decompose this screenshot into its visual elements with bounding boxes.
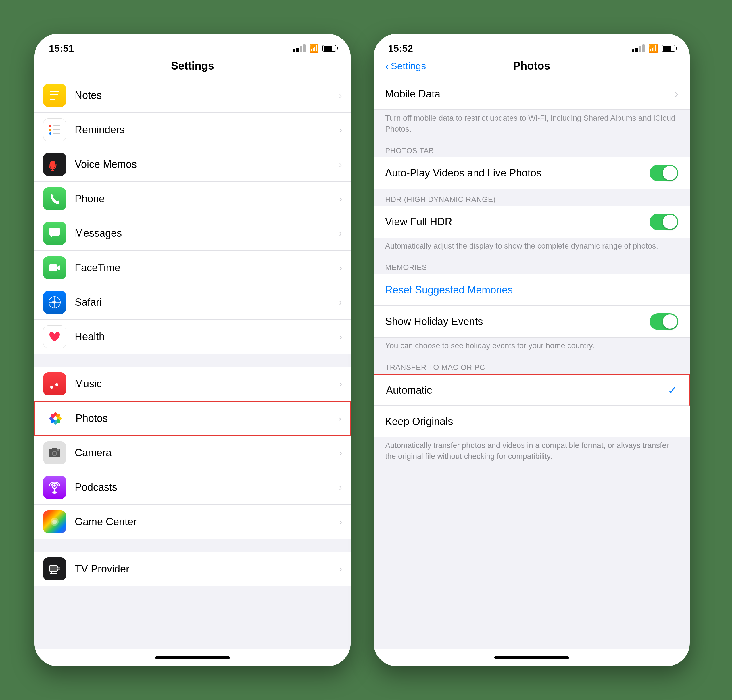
gamecenter-label: Game Center — [75, 516, 339, 528]
svg-point-35 — [52, 519, 57, 524]
settings-item-camera[interactable]: Camera › — [34, 435, 351, 470]
settings-item-safari[interactable]: Safari › — [34, 285, 351, 319]
status-icons-left: 📶 — [293, 44, 336, 53]
memories-header: MEMORIES — [373, 257, 690, 274]
home-bar — [155, 656, 230, 659]
show-holiday-row[interactable]: Show Holiday Events — [373, 306, 690, 337]
hdr-header: HDR (HIGH DYNAMIC RANGE) — [373, 190, 690, 206]
svg-point-31 — [53, 484, 56, 487]
chevron-icon: › — [339, 91, 342, 100]
notes-svg — [47, 88, 62, 103]
voicememos-icon — [43, 153, 66, 176]
autoplay-toggle[interactable] — [650, 165, 678, 181]
settings-item-messages[interactable]: Messages › — [34, 216, 351, 251]
svg-rect-29 — [57, 449, 59, 451]
camera-svg — [47, 446, 62, 460]
keep-originals-label: Keep Originals — [385, 416, 678, 428]
reset-memories-label: Reset Suggested Memories — [385, 284, 678, 296]
signal-icon — [632, 44, 645, 52]
health-icon — [43, 325, 66, 348]
status-bar-right: 15:52 📶 — [373, 34, 690, 57]
tvprovider-icon — [43, 557, 66, 581]
messages-label: Messages — [75, 227, 339, 240]
separator-bottom — [34, 586, 351, 609]
settings-item-facetime[interactable]: FaceTime › — [34, 251, 351, 285]
wifi-icon: 📶 — [309, 44, 319, 53]
settings-item-health[interactable]: Health › — [34, 319, 351, 354]
section-transfer: Automatic ✓ Keep Originals — [373, 374, 690, 437]
photos-tab-header: PHOTOS TAB — [373, 141, 690, 157]
view-full-hdr-row[interactable]: View Full HDR — [373, 206, 690, 238]
safari-svg — [47, 295, 62, 310]
settings-item-notes[interactable]: Notes › — [34, 78, 351, 113]
separator-1 — [34, 354, 351, 367]
section-hdr: View Full HDR — [373, 206, 690, 238]
settings-item-tvprovider[interactable]: TV Provider › — [34, 552, 351, 586]
nav-bar-right: ‹ Settings Photos — [373, 57, 690, 78]
checkmark-icon: ✓ — [667, 384, 678, 397]
health-label: Health — [75, 331, 339, 343]
back-arrow-icon: ‹ — [385, 60, 389, 72]
show-holiday-toggle[interactable] — [650, 313, 678, 330]
chevron-icon: › — [339, 159, 342, 169]
chevron-icon: › — [339, 297, 342, 307]
phone-icon — [43, 187, 66, 210]
chevron-icon: › — [339, 448, 342, 458]
svg-rect-9 — [53, 129, 60, 130]
keep-originals-row[interactable]: Keep Originals — [373, 406, 690, 437]
svg-rect-13 — [49, 265, 57, 271]
photos-label: Photos — [76, 412, 338, 424]
svg-rect-2 — [50, 94, 58, 95]
svg-rect-10 — [53, 133, 60, 134]
settings-item-podcasts[interactable]: Podcasts › — [34, 470, 351, 504]
mobile-data-footer: Turn off mobile data to restrict updates… — [373, 110, 690, 141]
svg-point-17 — [54, 301, 56, 303]
svg-rect-0 — [47, 88, 62, 103]
camera-icon — [43, 441, 66, 465]
camera-label: Camera — [75, 447, 339, 459]
memories-footer: You can choose to see holiday events for… — [373, 338, 690, 357]
settings-item-reminders[interactable]: Reminders › — [34, 113, 351, 147]
music-icon — [43, 372, 66, 396]
podcasts-label: Podcasts — [75, 481, 339, 493]
autoplay-label: Auto-Play Videos and Live Photos — [385, 167, 650, 179]
settings-item-phone[interactable]: Phone › — [34, 182, 351, 216]
svg-rect-3 — [50, 97, 58, 97]
svg-rect-4 — [50, 99, 56, 100]
time-left: 15:51 — [49, 43, 74, 54]
signal-icon — [293, 44, 306, 52]
settings-item-voicememos[interactable]: Voice Memos › — [34, 147, 351, 182]
automatic-row[interactable]: Automatic ✓ — [373, 374, 690, 406]
health-svg — [47, 329, 62, 344]
status-icons-right: 📶 — [632, 44, 675, 53]
facetime-label: FaceTime — [75, 262, 339, 274]
right-phone: 15:52 📶 ‹ Settings Photos Mobile Data › … — [373, 34, 690, 666]
safari-icon — [43, 291, 66, 314]
facetime-svg — [47, 260, 62, 275]
settings-item-music[interactable]: Music › — [34, 367, 351, 401]
gamecenter-icon — [43, 510, 66, 533]
autoplay-row[interactable]: Auto-Play Videos and Live Photos — [373, 157, 690, 189]
facetime-icon — [43, 256, 66, 279]
settings-item-gamecenter[interactable]: Game Center › — [34, 504, 351, 539]
svg-point-6 — [49, 129, 51, 131]
transfer-header: TRANSFER TO MAC OR PC — [373, 357, 690, 374]
back-button[interactable]: ‹ Settings — [385, 60, 426, 72]
notes-label: Notes — [75, 90, 339, 101]
home-indicator-right — [373, 649, 690, 666]
reset-memories-row[interactable]: Reset Suggested Memories — [373, 274, 690, 306]
phone-label: Phone — [75, 193, 339, 205]
svg-point-7 — [49, 132, 51, 135]
nav-bar-left: Settings — [34, 57, 351, 78]
section-memories: Reset Suggested Memories Show Holiday Ev… — [373, 274, 690, 338]
voicememos-label: Voice Memos — [75, 158, 339, 171]
chevron-icon: › — [339, 517, 342, 527]
mobile-data-row[interactable]: Mobile Data › — [373, 78, 690, 110]
battery-icon — [322, 45, 336, 52]
settings-list: Notes › Reminders › — [34, 78, 351, 649]
detail-list: Mobile Data › Turn off mobile data to re… — [373, 78, 690, 649]
settings-item-photos[interactable]: Photos › — [34, 401, 351, 435]
tvprovider-svg — [47, 562, 62, 576]
automatic-label: Automatic — [386, 384, 667, 396]
view-full-hdr-toggle[interactable] — [650, 213, 678, 230]
